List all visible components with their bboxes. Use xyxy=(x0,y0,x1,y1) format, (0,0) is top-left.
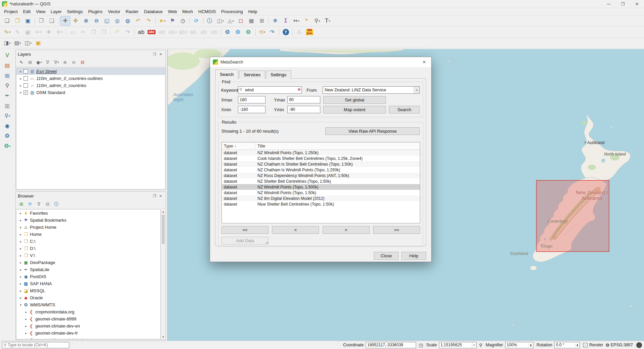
tab-settings[interactable]: Settings xyxy=(266,71,291,79)
expander-icon[interactable]: ▸ xyxy=(24,317,28,321)
browser-item-favorites[interactable]: ▸ ★ Favorites xyxy=(16,210,160,217)
copy-features-button[interactable]: ❐ xyxy=(89,28,98,37)
move-label-button[interactable]: ab xyxy=(189,28,198,37)
add-data-button[interactable]: Add Data◢ xyxy=(222,237,269,245)
expander-icon[interactable]: ▸ xyxy=(18,247,23,250)
vertex-tool-button[interactable]: ✢▾ xyxy=(54,28,64,37)
redo-button[interactable]: ↷ xyxy=(123,28,133,37)
scroll-up-icon[interactable]: ▲ xyxy=(161,209,165,214)
magnifier-spinbox[interactable]: 100% ▲▼ xyxy=(505,342,533,348)
layer-item[interactable]: ▸ ▱ 110m_admin_0_countries xyxy=(16,82,165,89)
layers-panel-close-button[interactable]: ✕ xyxy=(158,51,164,57)
browser-panel-float-button[interactable]: ❐ xyxy=(152,193,158,199)
layer-visibility-checkbox[interactable] xyxy=(24,90,28,95)
add-vector-layer-button[interactable]: ▤ xyxy=(3,61,12,70)
zoom-next-button[interactable]: ↷ xyxy=(144,16,154,26)
expander-icon[interactable]: ▸ xyxy=(18,261,23,264)
column-header-title[interactable]: Title xyxy=(255,144,265,148)
layer-item[interactable]: ▸ ▦ Esri Street xyxy=(16,68,165,75)
result-row[interactable]: dataset NZ 8m Digital Elevation Model (2… xyxy=(222,195,420,201)
plugin-redo-button[interactable]: ↷ xyxy=(268,28,277,37)
new-print-layout-button[interactable]: ❐ xyxy=(37,16,46,26)
metasearch-csw-button[interactable]: ⚲▾ xyxy=(3,111,12,121)
tab-services[interactable]: Services xyxy=(239,71,265,79)
expander-icon[interactable]: ▸ xyxy=(18,212,23,215)
rotate-label-button[interactable]: ab xyxy=(199,28,209,37)
layer-item[interactable]: ▾ ▦ OSM Standard xyxy=(16,89,165,96)
layer-visibility-checkbox[interactable] xyxy=(24,83,28,88)
add-postgis-layer-button[interactable]: ◉ xyxy=(3,121,12,131)
open-layer-styling-button[interactable]: ✎ xyxy=(17,59,26,66)
toggle-editing-button[interactable]: ✎ xyxy=(13,28,23,37)
spin-down-icon[interactable]: ▼ xyxy=(530,345,532,347)
render-checkbox[interactable]: ✓ xyxy=(583,343,588,347)
paste-features-button[interactable]: ❒ xyxy=(99,28,109,37)
catalog-select[interactable]: New Zealand: LINZ Data Service ▾ xyxy=(323,86,420,94)
processing-toolbox-button[interactable]: ❄ xyxy=(271,16,280,26)
expander-icon[interactable]: ▸ xyxy=(18,296,23,300)
delete-selected-button[interactable]: ▭ xyxy=(68,28,78,37)
ymax-input[interactable] xyxy=(287,96,320,103)
raster-toolbox-button[interactable]: ▤▾ xyxy=(13,38,23,48)
scrollbar-thumb[interactable] xyxy=(162,215,165,244)
browser-item-project-home[interactable]: ▸ ⌂ Project Home xyxy=(16,224,160,231)
menu-plugins[interactable]: Plugins xyxy=(85,8,105,15)
expander-icon[interactable]: ▸ xyxy=(18,70,23,73)
browser-item-spatial-bookmarks[interactable]: ▸ ⚑ Spatial Bookmarks xyxy=(16,217,160,224)
browser-item-cropmonitordata[interactable]: ▸ ❮ cropmonitordata.org xyxy=(16,308,160,315)
expander-icon[interactable]: ▸ xyxy=(24,324,28,328)
expander-icon[interactable]: ▸ xyxy=(18,240,23,243)
browser-scrollbar[interactable]: ▲ ▼ xyxy=(161,209,165,339)
menu-processing[interactable]: Processing xyxy=(218,8,245,15)
help-button[interactable]: Help xyxy=(401,252,426,260)
filter-browser-button[interactable]: ∇ xyxy=(35,201,43,208)
spin-down-icon[interactable]: ▼ xyxy=(576,345,578,347)
cut-features-button[interactable]: ✂ xyxy=(78,28,88,37)
add-wms-layer-button[interactable]: ❂ xyxy=(3,131,12,141)
pager-first-button[interactable]: << xyxy=(222,226,269,234)
crs-status-button[interactable]: EPSG:3857 xyxy=(611,343,633,347)
expander-icon[interactable]: ▸ xyxy=(18,84,23,87)
add-feature-button[interactable]: ✚ xyxy=(44,28,54,37)
undo-button[interactable]: ↶ xyxy=(113,28,122,37)
scale-combobox[interactable]: 1:15195625 ▾ xyxy=(439,342,477,348)
browser-item-wms-wmts[interactable]: ▾ ❂ WMS/WMTS xyxy=(16,301,160,308)
layer-labeling-button[interactable]: ab xyxy=(136,28,146,37)
locate-input[interactable] xyxy=(8,343,68,347)
zoom-in-button[interactable]: ⊕ xyxy=(81,16,91,26)
result-row[interactable]: dataset Cook Islands Shelter Belt Centre… xyxy=(222,156,420,161)
pin-unpin-labels-button[interactable]: ab▾ xyxy=(168,28,177,37)
browser-item-drive-d[interactable]: ▸ ❒ D:\ xyxy=(16,245,160,252)
field-calculator-button[interactable]: ⊞ xyxy=(257,16,267,26)
pager-next-button[interactable]: > xyxy=(323,226,370,234)
save-project-button[interactable]: ▣ xyxy=(23,16,33,26)
search-button[interactable]: Search xyxy=(389,106,420,114)
ymin-input[interactable] xyxy=(287,106,320,113)
geocoding-button[interactable]: ❂ xyxy=(244,28,253,37)
identify-features-button[interactable]: ⓘ xyxy=(205,16,215,26)
locator-options-button[interactable]: ⚲▾ xyxy=(312,16,322,26)
pan-map-button[interactable]: ✛ xyxy=(61,16,70,26)
browser-item-drive-v[interactable]: ▸ ❒ V:\ xyxy=(16,252,160,259)
result-row[interactable]: dataset Niue Shelter Belt Centrelines (T… xyxy=(222,201,420,207)
browser-item-oracle[interactable]: ▸ ◆ Oracle xyxy=(16,294,160,301)
georeferencer-button[interactable]: ⚲ xyxy=(3,81,12,90)
lock-scale-icon[interactable]: ⚲ xyxy=(479,343,483,348)
restore-button[interactable]: ❐ xyxy=(616,0,630,8)
new-project-button[interactable]: ❏ xyxy=(2,16,12,26)
expand-all-button[interactable]: ⊕ xyxy=(61,59,69,66)
collapse-browser-button[interactable]: ⊟ xyxy=(44,201,52,208)
vector-toolbox-button[interactable]: ◨▾ xyxy=(2,38,12,48)
set-global-button[interactable]: Set global xyxy=(323,96,386,104)
refresh-map-button[interactable]: ⟳ xyxy=(192,16,201,26)
locator-bar[interactable]: ⚲ xyxy=(2,342,69,348)
menu-hcmgis[interactable]: HCMGIS xyxy=(196,8,218,15)
nn-join-button[interactable]: NN Join xyxy=(305,28,315,37)
add-wfs-layer-button[interactable]: ❂▾ xyxy=(3,141,12,151)
remove-layer-button[interactable]: ⊟ xyxy=(79,59,87,66)
menu-view[interactable]: View xyxy=(33,8,48,15)
browser-item-geomet-climate-nightly-dev[interactable]: ▸ ❮ geomet-climate-nightly-dev xyxy=(16,337,160,339)
database-toolbox-button[interactable]: ◫▾ xyxy=(23,38,33,48)
change-label-button[interactable]: ab xyxy=(209,28,219,37)
result-row[interactable]: dataset NZ Ross Dependency Windmill Poin… xyxy=(222,173,420,178)
